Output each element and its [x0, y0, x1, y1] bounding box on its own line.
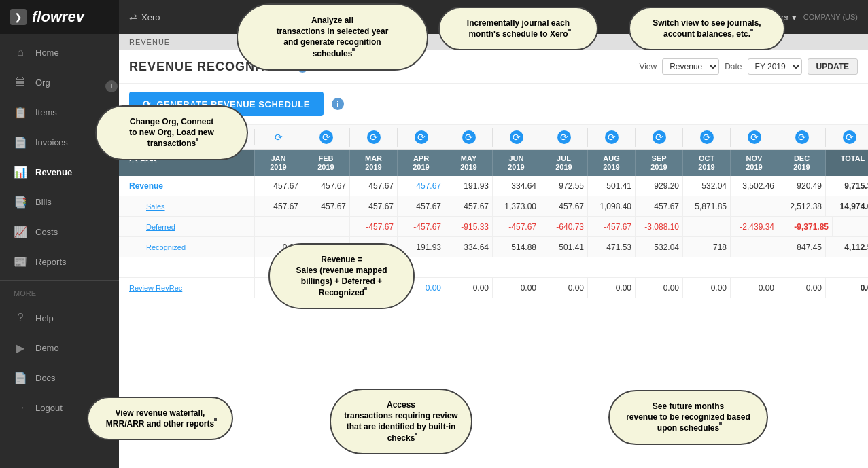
sync-sep-icon[interactable]: ⟳: [700, 130, 714, 144]
org-add-button[interactable]: +: [105, 80, 118, 92]
rev-dec: 920.49: [778, 176, 826, 196]
def-apr: -457.67: [398, 217, 445, 236]
sync-jul-icon[interactable]: ⟳: [605, 130, 619, 144]
sidebar-item-reports[interactable]: 📰 Reports: [0, 247, 119, 276]
review-revrec-row: Review RevRec 0.00 0.00 0.00 0.00 0.00 0…: [119, 278, 868, 298]
sidebar-item-docs[interactable]: 📄 Docs: [0, 363, 119, 393]
sidebar-label-costs: Costs: [35, 227, 58, 237]
table-header: FY 2019 JAN2019 FEB2019 MAR2019 APR2019 …: [119, 150, 868, 176]
sidebar-label-demo: Demo: [35, 343, 59, 353]
sync-aug-icon[interactable]: ⟳: [653, 130, 666, 144]
sync-feb-icon[interactable]: ⟳: [367, 130, 381, 144]
deferred-link[interactable]: Deferred: [146, 223, 175, 231]
th-fy[interactable]: FY 2019: [119, 150, 255, 176]
sidebar-item-items[interactable]: 📋 Items: [0, 97, 119, 127]
sidebar-label-invoices: Invoices: [35, 137, 68, 147]
reports-icon: 📰: [14, 255, 27, 268]
sync-fy-icon[interactable]: ⟳: [275, 132, 283, 143]
sync-cell-mar: ⟳: [398, 128, 445, 147]
recognized-link[interactable]: Recognized: [146, 243, 186, 251]
sync-info-icon[interactable]: i: [182, 132, 192, 142]
main-content: ⇄ Xero Demo User ▾ COMPANY (US) REVENUE …: [119, 0, 868, 468]
sidebar-item-logout[interactable]: → Logout: [0, 393, 119, 422]
update-button[interactable]: UPDATE: [808, 58, 858, 75]
sync-nov-icon[interactable]: ⟳: [795, 130, 809, 144]
sync-icon-main[interactable]: ⟳: [145, 132, 153, 143]
user-dropdown-icon[interactable]: ▾: [792, 12, 797, 22]
spacer-cell: [119, 257, 255, 277]
rec-feb: 0.00: [302, 237, 350, 257]
page-breadcrumb: REVENUE: [119, 34, 868, 50]
th-may: MAY2019: [445, 150, 493, 176]
org-icon: 🏛: [14, 75, 27, 89]
def-aug: -457.67: [588, 217, 636, 236]
def-may: -915.33: [445, 217, 493, 236]
sidebar-label-logout: Logout: [35, 403, 63, 413]
excel-icon[interactable]: 📊: [129, 132, 141, 143]
app-logo: flowrev: [32, 8, 84, 26]
sales-may: 457.67: [445, 196, 493, 216]
table-container: 📊 ⟳ SYNC i ⟳ ⟳ ⟳ ⟳ ⟳: [119, 125, 868, 298]
rev-jun: 334.64: [493, 176, 540, 196]
rev-apr: 457.67: [398, 176, 445, 196]
xero-label-text: Xero: [141, 12, 160, 22]
date-select[interactable]: FY 2019 FY 2018 FY 2020: [748, 58, 802, 75]
sidebar-item-revenue[interactable]: 📊 Revenue: [0, 157, 119, 187]
generate-info-icon[interactable]: i: [332, 98, 344, 110]
rec-oct: 718: [683, 237, 731, 257]
def-oct: [683, 217, 731, 236]
sidebar-item-bills[interactable]: 📑 Bills: [0, 187, 119, 217]
th-aug: AUG2019: [588, 150, 636, 176]
sidebar-item-help[interactable]: ? Help: [0, 303, 119, 333]
sales-apr: 457.67: [398, 196, 445, 216]
deferred-label: Deferred: [119, 217, 255, 236]
sidebar-label-home: Home: [35, 48, 59, 58]
title-info-icon[interactable]: i: [296, 60, 309, 73]
rev-may: 191.93: [445, 176, 493, 196]
rr-oct: 0.00: [683, 278, 731, 298]
page-title: REVENUE RECOGNITION: [129, 60, 291, 74]
rec-jan: 0.00: [255, 237, 302, 257]
sync-apr-icon[interactable]: ⟳: [462, 130, 476, 144]
rr-total: 0.00: [826, 278, 868, 298]
view-select[interactable]: Revenue Journals Balances: [662, 58, 719, 75]
sidebar-item-costs[interactable]: 📈 Costs: [0, 217, 119, 247]
sync-mar-icon[interactable]: ⟳: [415, 130, 428, 144]
bills-icon: 📑: [14, 195, 27, 209]
rec-apr: 191.93: [398, 237, 445, 257]
sidebar-item-home[interactable]: ⌂ Home: [0, 37, 119, 67]
sync-text: SYNC: [157, 133, 178, 141]
sync-dec-icon[interactable]: ⟳: [843, 130, 856, 144]
sidebar-item-org[interactable]: 🏛 Org: [0, 67, 119, 97]
rec-sep: 532.04: [636, 237, 683, 257]
rr-sep: 0.00: [636, 278, 683, 298]
sync-cell-jul: ⟳: [588, 128, 636, 147]
sales-link[interactable]: Sales: [146, 202, 165, 211]
sidebar-toggle[interactable]: ❯: [10, 9, 27, 25]
rev-total: 9,715.39: [826, 176, 868, 196]
generate-row: ⟳ GENERATE REVENUE SCHEDULE i: [119, 84, 868, 125]
rr-feb: 0.00: [302, 278, 350, 298]
revenue-link[interactable]: Revenue: [129, 181, 163, 191]
review-revrec-link[interactable]: Review RevRec: [129, 284, 182, 292]
sync-jun-icon[interactable]: ⟳: [557, 130, 571, 144]
sidebar-item-demo[interactable]: ▶ Demo: [0, 333, 119, 363]
def-feb: [302, 217, 350, 236]
sync-jan-icon[interactable]: ⟳: [319, 130, 333, 144]
sales-aug: 1,098.40: [588, 196, 636, 216]
page-title-row: REVENUE RECOGNITION i: [129, 60, 309, 74]
sync-oct-icon[interactable]: ⟳: [748, 130, 761, 144]
rev-mar: 457.67: [350, 176, 398, 196]
sales-oct: 5,871.85: [683, 196, 731, 216]
rev-nov: 3,502.46: [731, 176, 778, 196]
rec-aug: 471.53: [588, 237, 636, 257]
generate-button[interactable]: ⟳ GENERATE REVENUE SCHEDULE: [129, 92, 324, 116]
th-mar: MAR2019: [350, 150, 398, 176]
user-info: Demo User ▾: [744, 12, 797, 22]
sync-may-icon[interactable]: ⟳: [510, 130, 523, 144]
rr-nov: 0.00: [731, 278, 778, 298]
sidebar-item-invoices[interactable]: 📄 Invoices: [0, 127, 119, 157]
sales-jun: 1,373.00: [493, 196, 540, 216]
logout-icon: →: [14, 401, 27, 414]
sales-total: 14,974.66: [826, 196, 868, 216]
